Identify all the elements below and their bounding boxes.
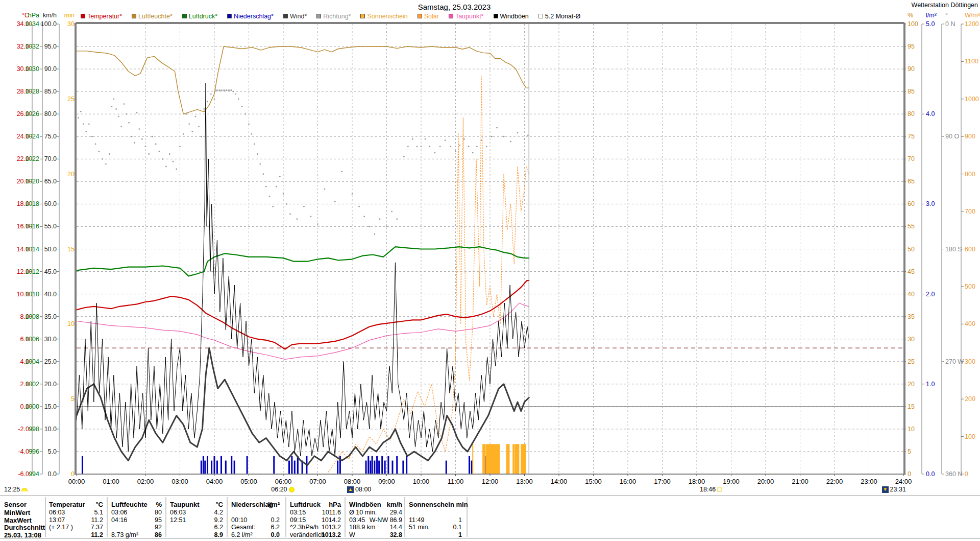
moonrise-icon: ▲: [347, 486, 354, 493]
svg-text:800: 800: [965, 171, 975, 178]
svg-text:90 O: 90 O: [945, 133, 959, 140]
svg-text:0: 0: [965, 471, 968, 478]
svg-text:-6.0: -6.0: [18, 471, 29, 478]
svg-text:1020: 1020: [25, 178, 39, 185]
svg-text:10.0: 10.0: [44, 426, 57, 433]
solar-noon-marker: 12:25: [4, 486, 28, 493]
svg-text:45.0: 45.0: [44, 268, 57, 275]
svg-text:70: 70: [908, 155, 915, 162]
svg-text:70.0: 70.0: [44, 155, 57, 162]
svg-text:4.0: 4.0: [926, 110, 935, 117]
svg-text:km/h: km/h: [43, 12, 57, 19]
svg-text:0: 0: [71, 471, 75, 478]
moonset-marker: ▼23:31: [882, 486, 906, 493]
svg-text:12:00: 12:00: [482, 478, 499, 485]
svg-text:01:00: 01:00: [103, 478, 119, 485]
svg-text:23:00: 23:00: [861, 478, 877, 485]
svg-text:998: 998: [29, 426, 39, 433]
svg-text:55.0: 55.0: [44, 223, 57, 230]
svg-text:996: 996: [29, 448, 39, 455]
svg-text:3.0: 3.0: [926, 200, 935, 207]
svg-text:5: 5: [71, 395, 75, 403]
svg-text:20.0: 20.0: [44, 381, 57, 388]
svg-text:07:00: 07:00: [309, 478, 326, 485]
svg-text:08:00: 08:00: [344, 478, 361, 485]
svg-text:04:00: 04:00: [206, 478, 223, 485]
svg-text:1014: 1014: [25, 246, 39, 253]
svg-text:100: 100: [908, 20, 918, 28]
svg-text:95: 95: [908, 43, 915, 50]
moonset-icon: ▼: [882, 486, 889, 493]
svg-text:W/m²: W/m²: [965, 12, 980, 19]
svg-text:1004: 1004: [25, 358, 39, 365]
svg-text:1006: 1006: [25, 336, 39, 343]
svg-text:l/m²: l/m²: [926, 12, 937, 19]
svg-text:65.0: 65.0: [44, 178, 57, 185]
svg-text:0: 0: [908, 471, 911, 478]
moonset-time: 23:31: [890, 486, 906, 493]
svg-text:30: 30: [67, 20, 75, 28]
svg-text:360 N: 360 N: [945, 471, 962, 478]
svg-text:5: 5: [908, 448, 911, 455]
svg-text:85: 85: [908, 88, 915, 95]
svg-text:90.0: 90.0: [44, 65, 57, 73]
svg-text:200: 200: [965, 395, 975, 403]
svg-text:55: 55: [908, 223, 915, 230]
moonrise-marker: ▲08:00: [347, 486, 371, 493]
svg-text:05:00: 05:00: [240, 478, 257, 485]
svg-text:5.0: 5.0: [926, 20, 935, 28]
svg-text:994: 994: [29, 471, 39, 478]
svg-text:11:00: 11:00: [448, 478, 464, 485]
svg-text:45: 45: [908, 268, 915, 275]
sunset-marker: 18:46: [700, 486, 722, 493]
weather-chart: °C34.032.030.028.026.024.022.020.018.016…: [0, 0, 980, 541]
svg-text:min: min: [64, 12, 75, 19]
svg-text:1028: 1028: [25, 88, 39, 95]
svg-text:1026: 1026: [25, 110, 39, 117]
svg-text:30.0: 30.0: [44, 336, 57, 343]
svg-text:00:00: 00:00: [68, 478, 85, 485]
svg-text:03:00: 03:00: [172, 478, 188, 485]
svg-text:1008: 1008: [25, 313, 39, 320]
series-luftfeuchte: [77, 46, 529, 114]
svg-text:20: 20: [67, 171, 75, 178]
svg-text:90: 90: [908, 65, 915, 73]
svg-text:15.0: 15.0: [44, 403, 57, 410]
axis-km-h: km/h100.095.090.085.080.075.070.065.060.…: [41, 12, 59, 478]
svg-text:1010: 1010: [25, 291, 39, 298]
axis-l-m: l/m²5.04.03.02.01.00.0: [922, 12, 937, 478]
svg-text:20:00: 20:00: [757, 478, 774, 485]
svg-text:25: 25: [67, 96, 75, 103]
svg-text:25: 25: [908, 358, 915, 365]
svg-text:180 S: 180 S: [945, 246, 962, 253]
svg-text:60.0: 60.0: [44, 200, 57, 207]
svg-text:1000: 1000: [25, 403, 39, 410]
svg-text:1030: 1030: [25, 65, 39, 73]
svg-text:24:00: 24:00: [895, 478, 912, 485]
solar-noon-time: 12:25: [4, 486, 20, 493]
svg-text:50.0: 50.0: [44, 246, 57, 253]
svg-text:02:00: 02:00: [137, 478, 154, 485]
moonrise-time: 08:00: [355, 486, 371, 493]
sunrise-time: 06:20: [271, 486, 287, 493]
svg-text:80: 80: [908, 110, 915, 117]
svg-text:1016: 1016: [25, 223, 39, 230]
svg-text:60: 60: [908, 200, 915, 207]
svg-text:1022: 1022: [25, 155, 39, 162]
svg-text:10:00: 10:00: [413, 478, 430, 485]
svg-text:1012: 1012: [25, 268, 39, 275]
svg-text:°: °: [945, 12, 948, 19]
svg-text:1100: 1100: [965, 58, 978, 65]
svg-text:300: 300: [965, 358, 975, 365]
svg-text:0 N: 0 N: [945, 20, 955, 28]
svg-text:15: 15: [908, 403, 915, 410]
svg-text:18:00: 18:00: [689, 478, 705, 485]
series-solar: [328, 77, 529, 473]
sunset-icon: [717, 487, 722, 492]
table-frame: [0, 496, 980, 538]
svg-text:50: 50: [908, 246, 915, 253]
svg-text:16:00: 16:00: [620, 478, 636, 485]
svg-text:500: 500: [965, 283, 975, 290]
svg-text:1024: 1024: [25, 133, 39, 140]
svg-text:06:00: 06:00: [275, 478, 292, 485]
